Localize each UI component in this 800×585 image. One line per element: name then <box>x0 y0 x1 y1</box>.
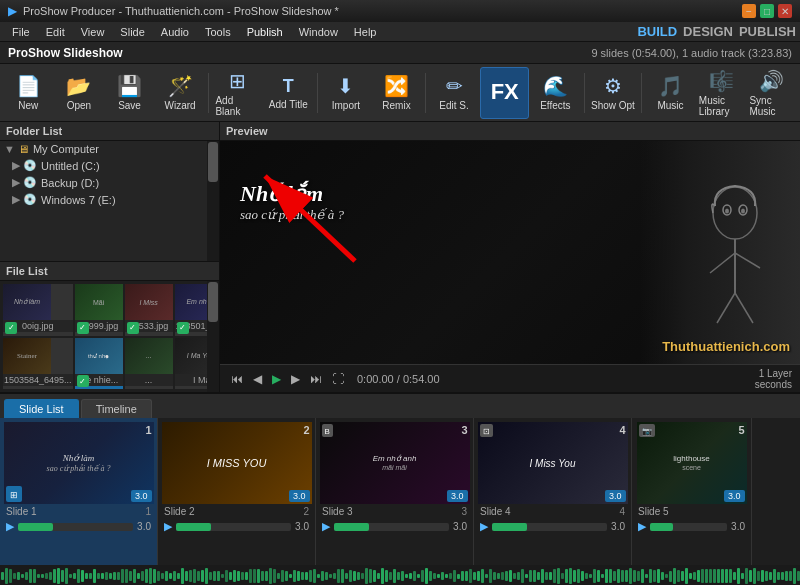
title-bar: ▶ ProShow Producer - Thuthuattienich.com… <box>0 0 800 22</box>
sync-music-button[interactable]: 🔊 Sync Music <box>747 67 796 119</box>
menu-help[interactable]: Help <box>346 24 385 40</box>
preview-text: Nhớ lắm sao cứ phải thế à ? <box>240 181 344 223</box>
maximize-button[interactable]: □ <box>760 4 774 18</box>
svg-point-9 <box>741 208 745 213</box>
slide-3-time: 3.0 <box>453 521 467 532</box>
app-logo-icon: ▶ <box>8 4 17 18</box>
fx-button[interactable]: FX <box>480 67 529 119</box>
show-opt-button[interactable]: ⚙ Show Opt <box>589 67 638 119</box>
slide-3-progress-bar <box>334 523 449 531</box>
new-button[interactable]: 📄 New <box>4 67 53 119</box>
skip-start-button[interactable]: ⏮ <box>228 370 246 388</box>
close-button[interactable]: ✕ <box>778 4 792 18</box>
sync-music-label: Sync Music <box>749 95 794 117</box>
skip-end-button[interactable]: ⏭ <box>307 370 325 388</box>
menu-slide[interactable]: Slide <box>112 24 152 40</box>
slide-1-thumbnail: Nhớ làmsao cứ phải thế à ? 3.0 1 ⊞ <box>4 422 154 504</box>
import-button[interactable]: ⬇ Import <box>322 67 371 119</box>
menu-audio[interactable]: Audio <box>153 24 197 40</box>
slide-2-play-button[interactable]: ▶ <box>164 520 172 533</box>
toolbar: 📄 New 📂 Open 💾 Save 🪄 Wizard ⊞ Add Blank… <box>0 64 800 122</box>
file-scrollbar[interactable] <box>207 281 219 392</box>
file-check-icon: ✓ <box>177 322 189 334</box>
slide-item-1[interactable]: Nhớ làmsao cứ phải thế à ? 3.0 1 ⊞ Slide… <box>0 418 158 565</box>
slide-item-2[interactable]: I MISS YOU 3.0 2 Slide 2 2 ▶ 3.0 <box>158 418 316 565</box>
slide-item-4[interactable]: I Miss You ⊡ 3.0 4 Slide 4 4 ▶ 3.0 <box>474 418 632 565</box>
build-tab-header[interactable]: BUILD <box>637 24 677 39</box>
folder-e-drive[interactable]: ▶ 💿 Windows 7 (E:) <box>0 191 219 208</box>
fullscreen-button[interactable]: ⛶ <box>329 370 347 388</box>
slide-5-play-button[interactable]: ▶ <box>638 520 646 533</box>
slide-4-label-row: Slide 4 4 <box>474 504 631 519</box>
folder-my-computer[interactable]: ▼ 🖥 My Computer <box>0 141 219 157</box>
slide-4-play-button[interactable]: ▶ <box>480 520 488 533</box>
layer-count: 1 Layer <box>759 368 792 379</box>
remix-icon: 🔀 <box>384 74 409 98</box>
slide-4-badge: ⊡ <box>480 424 493 437</box>
folder-c-drive[interactable]: ▶ 💿 Untitled (C:) <box>0 157 219 174</box>
edit-label: Edit S. <box>439 100 468 111</box>
add-title-button[interactable]: T Add Title <box>264 67 313 119</box>
minimize-button[interactable]: − <box>742 4 756 18</box>
slide-4-progress-bar <box>492 523 607 531</box>
menu-publish[interactable]: Publish <box>239 24 291 40</box>
slide-1-play-row: ▶ 3.0 <box>0 519 157 535</box>
file-item-3[interactable]: I Miss ✓ 13533.jpg <box>125 284 173 336</box>
svg-point-8 <box>725 208 729 213</box>
file-check-icon: ✓ <box>127 322 139 334</box>
menu-window[interactable]: Window <box>291 24 346 40</box>
slide-5-thumbnail: lighthousescene 📷 3.0 5 <box>637 422 747 504</box>
show-opt-icon: ⚙ <box>604 74 622 98</box>
tab-timeline[interactable]: Timeline <box>81 399 152 418</box>
tab-slide-list[interactable]: Slide List <box>4 399 79 418</box>
publish-tab-header[interactable]: PUBLISH <box>739 24 796 39</box>
slide-item-5[interactable]: lighthousescene 📷 3.0 5 Slide 5 ▶ 3.0 <box>632 418 752 565</box>
music-button[interactable]: 🎵 Music <box>646 67 695 119</box>
play-button[interactable]: ▶ <box>269 370 284 388</box>
drive-icon: 💿 <box>23 193 37 206</box>
music-library-button[interactable]: 🎼 Music Library <box>697 67 746 119</box>
slide-3-duration: 3.0 <box>447 490 468 502</box>
wizard-button[interactable]: 🪄 Wizard <box>156 67 205 119</box>
folder-scrollbar[interactable] <box>207 141 219 261</box>
add-blank-button[interactable]: ⊞ Add Blank <box>213 67 262 119</box>
open-button[interactable]: 📂 Open <box>55 67 104 119</box>
save-button[interactable]: 💾 Save <box>105 67 154 119</box>
svg-point-0 <box>713 187 757 239</box>
slide-icon: ⊞ <box>10 490 18 500</box>
menu-view[interactable]: View <box>73 24 113 40</box>
wizard-icon: 🪄 <box>168 74 193 98</box>
effects-button[interactable]: 🌊 Effects <box>531 67 580 119</box>
toolbar-sep-4 <box>584 73 585 113</box>
expand-arrow-icon: ▶ <box>12 159 20 172</box>
slide-3-play-button[interactable]: ▶ <box>322 520 330 533</box>
slide-3-num: 3 <box>461 506 467 517</box>
menu-tools[interactable]: Tools <box>197 24 239 40</box>
design-tab-header[interactable]: DESIGN <box>683 24 733 39</box>
menu-edit[interactable]: Edit <box>38 24 73 40</box>
slide-item-3[interactable]: Em nhớ anhmãi mãi B 3.0 3 Slide 3 3 ▶ 3.… <box>316 418 474 565</box>
slide-1-label: Slide 1 <box>6 506 37 517</box>
slide-1-play-button[interactable]: ▶ <box>6 520 14 533</box>
file-item-1[interactable]: Nhớ làm ✓ 0oig.jpg <box>3 284 73 336</box>
step-forward-button[interactable]: ▶ <box>288 370 303 388</box>
file-item-7[interactable]: ... ... <box>125 338 173 390</box>
import-icon: ⬇ <box>337 74 354 98</box>
slide-2-label-row: Slide 2 2 <box>158 504 315 519</box>
file-scrollbar-thumb[interactable] <box>208 282 218 322</box>
remix-button[interactable]: 🔀 Remix <box>372 67 421 119</box>
step-back-button[interactable]: ◀ <box>250 370 265 388</box>
folder-d-drive[interactable]: ▶ 💿 Backup (D:) <box>0 174 219 191</box>
file-item-5[interactable]: Stainer 1503584_6495... <box>3 338 73 390</box>
file-item-6[interactable]: thư nhẹ ✓ the nhie... <box>75 338 123 390</box>
edit-button[interactable]: ✏ Edit S. <box>430 67 479 119</box>
folder-scrollbar-thumb[interactable] <box>208 142 218 182</box>
slide-2-progress <box>176 523 211 531</box>
menu-file[interactable]: File <box>4 24 38 40</box>
add-title-label: Add Title <box>269 99 308 110</box>
menu-bar: File Edit View Slide Audio Tools Publish… <box>0 22 800 42</box>
file-item-2[interactable]: Mãi ✓ 11999.jpg <box>75 284 123 336</box>
folder-label: Untitled (C:) <box>41 160 100 172</box>
layer-info: 1 Layer seconds <box>755 368 792 390</box>
layer-unit: seconds <box>755 379 792 390</box>
